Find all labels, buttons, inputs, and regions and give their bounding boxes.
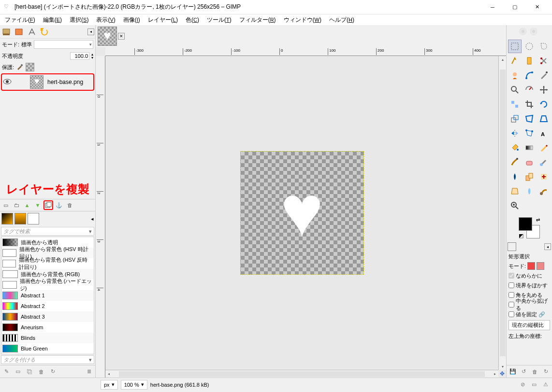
maximize-button[interactable]: ▢ [504,0,526,14]
menu-item[interactable]: 表示(V) [93,15,118,25]
warning-icon[interactable]: ⚠ [541,380,550,389]
menu-item[interactable]: フィルター(R) [236,15,279,25]
flip-icon[interactable] [508,126,522,140]
menu-item[interactable]: 選択(S) [67,15,91,25]
dup-gradient-icon[interactable]: ⿻ [25,367,34,377]
image-tab[interactable] [98,27,117,46]
dock-menu-icon[interactable]: ◂ [87,28,94,35]
rect-select-icon[interactable] [508,40,522,53]
undo-history-icon[interactable] [39,26,50,38]
color-swatches[interactable]: ◩ ⇄ [519,217,540,238]
tab-close-icon[interactable]: ✕ [118,33,125,40]
unit-select[interactable]: px▾ [101,380,118,390]
ellipse-select-icon[interactable] [523,40,536,53]
close-button[interactable]: ✕ [526,0,548,14]
expand-checkbox[interactable] [508,302,514,308]
blur-icon[interactable] [523,184,536,198]
gradient-item[interactable]: Blue Green [1,343,94,354]
layer-group-icon[interactable]: 🗀 [12,200,21,210]
grad-view-icon[interactable]: ≣ [84,367,94,377]
shear-icon[interactable] [523,112,536,126]
new-gradient-icon[interactable]: ▭ [13,367,23,377]
menu-item[interactable]: レイヤー(L) [145,15,181,25]
refresh-gradient-icon[interactable]: ↻ [48,367,58,377]
menu-item[interactable]: ツール(T) [204,15,234,25]
fixed-link-icon[interactable]: 🔗 [538,311,545,318]
smudge-icon[interactable] [537,184,551,198]
dock-tab-brushes-icon[interactable] [1,26,13,38]
scissors-icon[interactable] [537,54,551,68]
protect-brush-icon[interactable] [16,63,24,71]
protect-alpha-icon[interactable] [26,63,34,71]
gradient-item[interactable]: 描画色から背景色 (ハードエッジ) [1,280,94,290]
mode-replace-icon[interactable] [527,262,535,270]
gradient-item[interactable]: 描画色から背景色 (HSV 反時計回り) [1,258,94,269]
dock-tab-fonts-icon[interactable] [26,26,38,38]
cage-icon[interactable] [523,126,536,140]
menu-item[interactable]: ファイル(F) [2,15,38,25]
zoom-select[interactable]: 100 %▾ [121,380,147,390]
canvas[interactable] [105,56,498,370]
del-gradient-icon[interactable]: 🗑 [36,367,46,377]
opacity-spinner[interactable]: ▴▾ [91,53,93,59]
airbrush-icon[interactable] [537,155,551,169]
paintbrush-icon[interactable] [508,155,522,169]
save-tool-preset-icon[interactable]: 💾 [508,367,517,377]
rounded-checkbox[interactable] [508,292,514,298]
swap-colors-icon[interactable]: ⇄ [536,217,540,223]
rotate-icon[interactable] [537,98,551,111]
heal-icon[interactable] [537,170,551,183]
menu-item[interactable]: 編集(E) [40,15,65,25]
duplicate-layer-icon[interactable] [44,200,53,210]
navigation-icon[interactable]: ✥ [498,370,506,378]
measure-icon[interactable] [523,83,536,97]
layer-down-icon[interactable]: ▼ [33,200,43,210]
image-canvas[interactable] [240,151,364,275]
anchor-layer-icon[interactable]: ⚓ [54,200,64,210]
gradient-item[interactable]: Abstract 2 [1,301,94,311]
scale-icon[interactable] [508,112,522,126]
perspective-icon[interactable] [537,112,551,126]
vertical-scrollbar[interactable]: ▴▾ [498,56,506,370]
gradient-item[interactable]: Blinds [1,333,94,343]
color-picker-icon[interactable] [537,69,551,82]
menu-item[interactable]: 色(C) [183,15,202,25]
paths-icon[interactable] [523,69,536,82]
default-colors-icon[interactable]: ◩ [519,233,524,238]
horizontal-scrollbar[interactable]: ◂▸ [105,370,498,378]
edit-gradient-icon[interactable]: ✎ [1,367,11,377]
gradient-item[interactable]: Aneurism [1,322,94,333]
align-icon[interactable] [508,98,522,111]
reset-tool-preset-icon[interactable]: ↻ [541,367,551,377]
text-icon[interactable]: A [537,126,551,140]
eraser-icon[interactable] [523,155,536,169]
gradient-menu-icon[interactable]: ◂ [91,216,94,222]
minimize-button[interactable]: ─ [481,0,504,14]
menu-item[interactable]: 画像(I) [120,15,143,25]
fuzzy-select-icon[interactable] [508,54,522,68]
opacity-input[interactable] [70,52,89,60]
dodge-icon[interactable] [508,199,522,212]
mode-select[interactable] [34,40,93,49]
layer-row[interactable]: hert-base.png [1,73,94,91]
gradient-search[interactable]: タグで検索 [1,227,94,236]
tool-preset-icon[interactable] [508,242,516,251]
foreground-select-icon[interactable] [508,69,522,82]
feather-checkbox[interactable] [508,282,514,288]
fg-color-swatch[interactable] [519,217,532,231]
menu-item[interactable]: ヘルプ(H) [326,15,357,25]
new-layer-icon[interactable]: ▭ [1,200,11,210]
move-icon[interactable] [537,83,551,97]
zoom-icon[interactable] [508,83,522,97]
gradient-tag-input[interactable]: タグを付ける [1,355,94,364]
mode-add-icon[interactable] [537,262,544,270]
color-select-icon[interactable] [523,54,536,68]
restore-tool-preset-icon[interactable]: ↺ [519,367,528,377]
delete-layer-icon[interactable]: 🗑 [65,200,74,210]
pencil-icon[interactable] [537,141,551,154]
perspective-clone-icon[interactable] [508,184,522,198]
menu-item[interactable]: ウィンドウ(W) [281,15,324,25]
fixed-checkbox[interactable] [508,311,514,317]
aspect-ratio-button[interactable]: 現在の縦横比 [508,320,550,330]
blend-icon[interactable] [523,141,536,154]
